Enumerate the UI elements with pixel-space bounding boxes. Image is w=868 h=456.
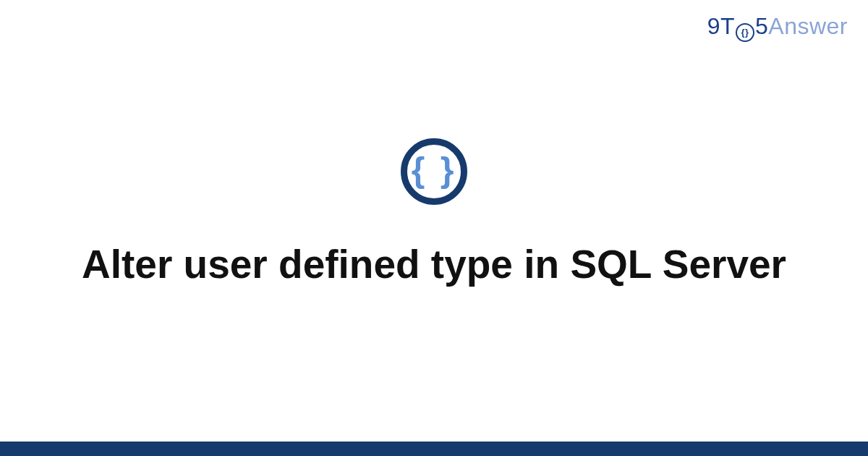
footer-bar (0, 442, 868, 456)
page-title: Alter user defined type in SQL Server (82, 240, 786, 290)
main-content: { } Alter user defined type in SQL Serve… (0, 0, 868, 456)
braces-glyph: { } (412, 153, 457, 187)
code-braces-icon: { } (401, 138, 467, 205)
